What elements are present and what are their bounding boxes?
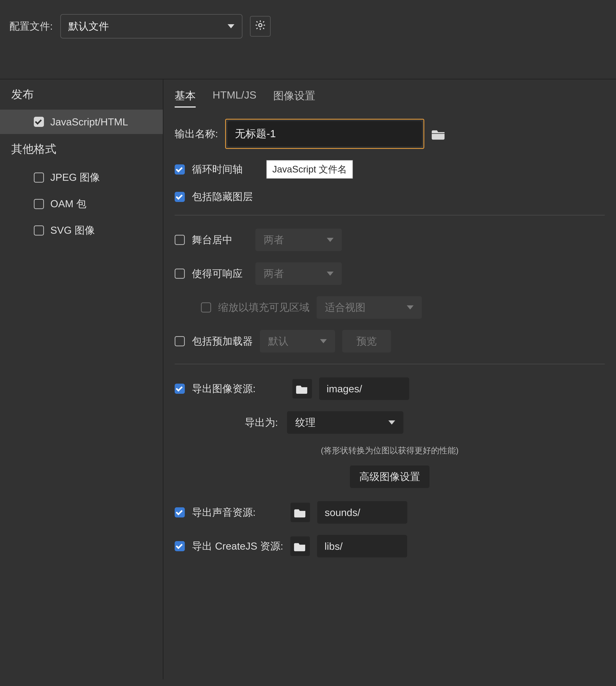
responsive-label: 使得可响应 (192, 267, 248, 281)
browse-output-folder-button[interactable] (432, 128, 446, 140)
images-folder-button[interactable] (292, 379, 312, 398)
preview-button[interactable]: 预览 (342, 330, 391, 352)
checkbox-export-sound-assets[interactable] (175, 507, 185, 518)
chevron-down-icon (228, 24, 234, 28)
gear-icon (254, 19, 266, 33)
export-as-label: 导出为: (175, 416, 280, 430)
svg-point-0 (259, 23, 262, 27)
profile-settings-button[interactable] (250, 16, 271, 37)
export-as-select[interactable]: 纹理 (287, 411, 403, 434)
output-name-value: 无标题-1 (227, 121, 422, 146)
checkbox-preloader[interactable] (175, 336, 185, 346)
tooltip-js-filename: JavaScript 文件名 (266, 160, 353, 179)
sidebar-item-label: JPEG 图像 (50, 170, 100, 184)
export-sound-assets-label: 导出声音资源: (192, 506, 256, 519)
sidebar-header-publish: 发布 (0, 79, 163, 110)
center-stage-label: 舞台居中 (192, 233, 248, 247)
divider (175, 215, 605, 215)
output-name-label: 输出名称: (175, 127, 218, 141)
tab-basic[interactable]: 基本 (175, 89, 196, 108)
checkbox-oam[interactable] (34, 199, 44, 209)
scale-fill-select-value: 适合视图 (325, 301, 366, 314)
folder-icon (296, 384, 308, 394)
convert-shapes-note: (将形状转换为位图以获得更好的性能) (175, 445, 605, 456)
checkbox-jpeg[interactable] (34, 173, 44, 183)
folder-icon (294, 541, 306, 551)
chevron-down-icon (407, 305, 414, 310)
sidebar-item-svg[interactable]: SVG 图像 (0, 217, 163, 244)
checkbox-responsive[interactable] (175, 269, 185, 279)
chevron-down-icon (388, 420, 395, 425)
center-stage-select[interactable]: 两者 (256, 229, 342, 251)
preloader-select[interactable]: 默认 (260, 330, 335, 352)
preloader-label: 包括预加载器 (192, 335, 253, 348)
checkbox-scale-fill[interactable] (201, 302, 211, 313)
output-name-input[interactable]: 无标题-1 (225, 119, 424, 149)
sounds-path-input[interactable]: sounds/ (317, 501, 408, 524)
advanced-image-settings-button[interactable]: 高级图像设置 (350, 465, 430, 488)
export-as-select-value: 纹理 (295, 416, 315, 430)
profile-select-value: 默认文件 (68, 20, 109, 33)
preloader-select-value: 默认 (268, 335, 288, 348)
export-createjs-assets-label: 导出 CreateJS 资源: (192, 540, 283, 553)
divider (175, 364, 605, 364)
sidebar-item-jpeg[interactable]: JPEG 图像 (0, 164, 163, 191)
tab-html-js[interactable]: HTML/JS (213, 89, 256, 108)
scale-fill-label: 缩放以填充可见区域 (218, 301, 309, 314)
profile-select[interactable]: 默认文件 (60, 14, 242, 39)
sounds-folder-button[interactable] (290, 503, 310, 522)
sidebar-header-other: 其他格式 (0, 134, 163, 164)
chevron-down-icon (320, 339, 327, 343)
tab-image-settings[interactable]: 图像设置 (273, 89, 315, 108)
checkbox-export-image-assets[interactable] (175, 384, 185, 394)
checkbox-center-stage[interactable] (175, 235, 185, 245)
checkbox-include-hidden-layers[interactable] (175, 192, 185, 202)
sidebar-item-oam[interactable]: OAM 包 (0, 191, 163, 217)
publish-sidebar: 发布 JavaScript/HTML 其他格式 JPEG 图像 OAM 包 SV… (0, 79, 163, 680)
export-image-assets-label: 导出图像资源: (192, 382, 258, 396)
include-hidden-layers-label: 包括隐藏图层 (192, 190, 253, 204)
chevron-down-icon (327, 238, 333, 242)
sidebar-item-label: OAM 包 (50, 197, 86, 211)
folder-icon (294, 507, 307, 518)
responsive-select[interactable]: 两者 (256, 262, 342, 285)
checkbox-loop-timeline[interactable] (175, 164, 185, 175)
center-stage-select-value: 两者 (264, 233, 284, 247)
loop-timeline-label: 循环时间轴 (192, 163, 243, 176)
images-path-input[interactable]: images/ (319, 378, 409, 400)
profile-label: 配置文件: (9, 20, 53, 33)
libs-folder-button[interactable] (290, 536, 310, 556)
checkbox-svg[interactable] (34, 225, 44, 235)
scale-fill-select[interactable]: 适合视图 (317, 296, 422, 319)
sidebar-item-javascript-html[interactable]: JavaScript/HTML (0, 110, 163, 134)
checkbox-export-createjs-assets[interactable] (175, 541, 185, 551)
checkbox-javascript-html[interactable] (34, 117, 44, 127)
sidebar-item-label: JavaScript/HTML (50, 116, 128, 128)
chevron-down-icon (327, 272, 333, 276)
libs-path-input[interactable]: libs/ (317, 535, 407, 557)
sidebar-item-label: SVG 图像 (50, 224, 95, 237)
responsive-select-value: 两者 (264, 267, 284, 281)
